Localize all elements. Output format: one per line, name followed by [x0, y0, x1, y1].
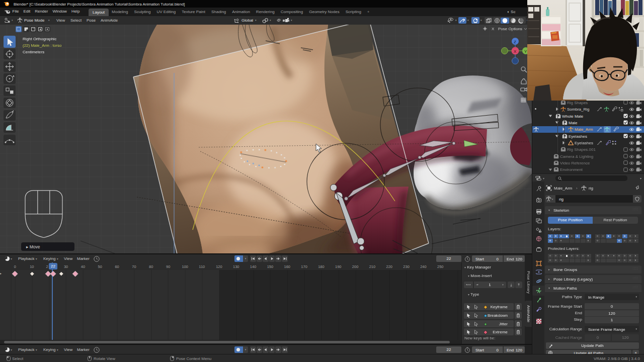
svg-text:(22) Male_Arm : torso: (22) Male_Arm : torso	[23, 43, 62, 48]
svg-text:▸ Move: ▸ Move	[26, 244, 40, 249]
svg-text:Centimeters: Centimeters	[23, 50, 44, 54]
svg-text:X: X	[514, 49, 517, 54]
svg-text:X: X	[492, 27, 495, 31]
svg-text:Pose Options: Pose Options	[498, 27, 522, 31]
svg-text:Z: Z	[514, 40, 516, 44]
svg-text:Right Orthographic: Right Orthographic	[23, 37, 56, 41]
